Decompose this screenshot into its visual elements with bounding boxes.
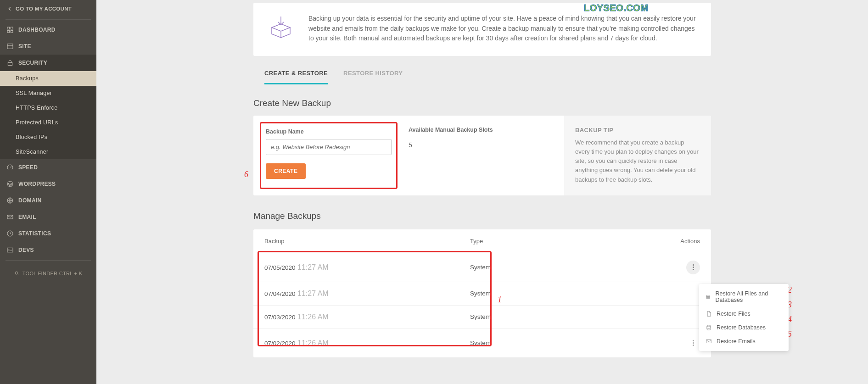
svg-rect-14 [706,298,710,298]
popup-restore-files[interactable]: Restore Files [699,307,789,321]
backup-type: System [470,290,663,297]
terminal-icon [6,246,14,254]
create-button[interactable]: CREATE [266,163,306,179]
tab-create-restore[interactable]: CREATE & RESTORE [264,70,328,84]
sidebar-item-statistics[interactable]: STATISTICS [0,225,96,242]
sidebar-item-domain[interactable]: DOMAIN [0,192,96,209]
backup-date: 07/05/2020 [264,264,296,271]
grid-icon [6,26,14,33]
popup-restore-databases[interactable]: Restore Databases [699,321,789,334]
svg-rect-4 [7,44,13,49]
sidebar-sub-ssl-manager[interactable]: SSL Manager [0,86,96,100]
sidebar-item-label: SECURITY [18,60,47,66]
popup-label: Restore Files [717,311,750,317]
actions-popup: Restore All Files and Databases Restore … [699,284,789,351]
slots-value: 5 [409,141,553,149]
layers-icon [706,294,711,300]
main-content: LOYSEO.COM Backing up your data is essen… [96,0,868,384]
col-backup: Backup [264,238,470,245]
sidebar-sub-https-enforce[interactable]: HTTPS Enforce [0,100,96,115]
sidebar-item-label: EMAIL [18,214,36,220]
file-icon [706,311,712,317]
popup-label: Restore Emails [717,338,756,345]
sidebar-item-label: SITE [18,43,31,50]
sidebar-item-label: DEVS [18,247,34,253]
sidebar-item-label: DASHBOARD [18,27,56,33]
svg-point-15 [707,325,711,327]
sub-label: Blocked IPs [16,134,47,140]
table-row: 07/04/2020 11:27 AM System [253,282,711,305]
svg-rect-0 [7,27,10,29]
divider [6,260,91,261]
backup-tip-box: BACKUP TIP We recommend that you create … [564,116,711,195]
svg-rect-13 [706,296,710,297]
backup-type: System [470,313,663,320]
backup-time: 11:26 AM [297,313,329,321]
tab-label: RESTORE HISTORY [343,70,403,77]
manage-backups-title: Manage Backups [253,211,711,221]
intro-card: Backing up your data is essential for th… [253,3,711,56]
popup-restore-emails[interactable]: Restore Emails [699,334,789,348]
col-type: Type [470,238,663,245]
tool-finder[interactable]: TOOL FINDER CTRL + K [14,271,83,276]
tip-text: We recommend that you create a backup ev… [575,138,700,184]
sidebar-item-wordpress[interactable]: WORDPRESS [0,176,96,192]
popup-restore-all[interactable]: Restore All Files and Databases [699,287,789,307]
security-submenu: Backups SSL Manager HTTPS Enforce Protec… [0,71,96,159]
popup-label: Restore All Files and Databases [715,290,782,303]
svg-rect-3 [11,30,13,33]
sidebar-item-site[interactable]: SITE [0,38,96,55]
sidebar-sub-blocked-ips[interactable]: Blocked IPs [0,130,96,145]
tool-finder-label: TOOL FINDER CTRL + K [22,271,83,276]
svg-rect-10 [7,248,13,252]
mail-icon [706,338,712,345]
tabs: CREATE & RESTORE RESTORE HISTORY [264,70,711,84]
go-to-account-label: GO TO MY ACCOUNT [16,6,72,11]
backup-type: System [470,264,663,271]
sub-label: SiteScanner [16,149,48,155]
backup-type: System [470,339,663,346]
globe-icon [6,197,14,204]
backup-name-input[interactable] [266,139,392,155]
divider [6,19,91,20]
backup-time: 11:26 AM [297,339,329,347]
sidebar-item-label: DOMAIN [18,197,41,204]
svg-rect-12 [706,295,710,296]
button-label: CREATE [274,168,297,174]
svg-rect-16 [706,339,711,343]
svg-rect-8 [7,215,13,219]
tip-title: BACKUP TIP [575,127,700,134]
row-actions-button[interactable] [686,261,700,274]
sub-label: Backups [16,75,39,82]
search-icon [14,271,20,276]
gauge-icon [6,164,14,171]
sidebar-item-email[interactable]: EMAIL [0,209,96,225]
sidebar-sub-backups[interactable]: Backups [0,71,96,86]
svg-rect-1 [11,27,13,29]
backup-date: 07/04/2020 [264,290,296,297]
popup-label: Restore Databases [717,324,766,331]
create-backup-card: Backup Name CREATE Available Manual Back… [253,116,711,195]
tab-restore-history[interactable]: RESTORE HISTORY [343,70,403,84]
sidebar-sub-protected-urls[interactable]: Protected URLs [0,115,96,130]
sidebar-item-label: STATISTICS [18,230,51,237]
row-actions-button[interactable] [686,336,700,350]
sidebar-item-devs[interactable]: DEVS [0,242,96,258]
table-row: 07/05/2020 11:27 AM System [253,253,711,282]
svg-rect-5 [8,62,12,65]
sidebar-sub-sitescanner[interactable]: SiteScanner [0,145,96,159]
backup-box-icon [266,14,296,45]
sidebar-item-security[interactable]: SECURITY [0,55,96,71]
go-to-account-link[interactable]: GO TO MY ACCOUNT [0,0,96,17]
sidebar-item-label: SPEED [18,164,38,171]
table-row: 07/03/2020 11:26 AM System [253,305,711,328]
clock-icon [6,230,14,237]
sidebar-item-label: WORDPRESS [18,181,56,187]
sidebar-item-dashboard[interactable]: DASHBOARD [0,22,96,38]
mail-icon [6,213,14,221]
arrow-left-icon [6,6,13,12]
table-row: 07/02/2020 11:26 AM System [253,328,711,357]
backup-time: 11:27 AM [297,289,329,297]
create-new-backup-title: Create New Backup [253,98,711,108]
sidebar-item-speed[interactable]: SPEED [0,159,96,176]
